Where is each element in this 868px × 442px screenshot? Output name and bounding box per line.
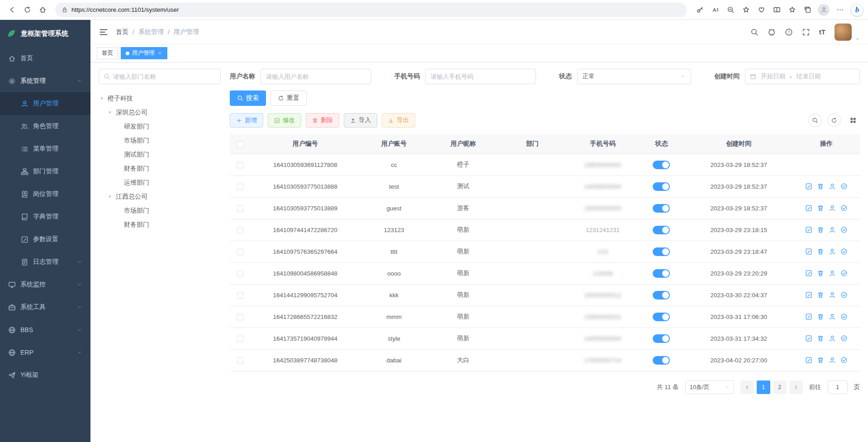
page-2-button[interactable]: 2 <box>773 380 787 394</box>
status-toggle[interactable] <box>653 334 670 343</box>
tree-node[interactable]: ▾深圳总公司 <box>99 105 221 119</box>
sidebar-item-monitor[interactable]: 系统监控 <box>0 273 90 296</box>
home-button[interactable] <box>35 3 50 17</box>
tree-node[interactable]: ▾橙子科技 <box>99 91 221 105</box>
status-toggle[interactable] <box>653 182 670 191</box>
row-delete-icon[interactable] <box>817 183 824 190</box>
tree-node[interactable]: 运维部门 <box>99 176 221 190</box>
user-avatar[interactable] <box>835 24 852 41</box>
sidebar-item-menu[interactable]: 菜单管理 <box>0 138 90 160</box>
column-settings-button[interactable] <box>846 114 860 127</box>
edit-button[interactable]: 修改 <box>268 113 301 128</box>
row-checkbox[interactable] <box>237 205 243 212</box>
tree-node[interactable]: 市场部门 <box>99 204 221 218</box>
breadcrumb-item[interactable]: 首页 <box>116 28 128 36</box>
sidebar-item-dept[interactable]: 部门管理 <box>0 160 90 183</box>
row-delete-icon[interactable] <box>817 204 824 212</box>
page-1-button[interactable]: 1 <box>757 380 770 394</box>
row-assignrole-icon[interactable] <box>840 226 848 233</box>
zoom-out-button[interactable] <box>723 3 738 17</box>
row-assignrole-icon[interactable] <box>840 335 848 342</box>
delete-button[interactable]: 删除 <box>306 113 339 128</box>
import-button[interactable]: 导入 <box>344 113 377 128</box>
row-assignrole-icon[interactable] <box>840 204 848 212</box>
row-assignrole-icon[interactable] <box>840 356 848 364</box>
sidebar-item-user[interactable]: 用户管理 <box>0 92 90 115</box>
password-key-button[interactable] <box>693 3 707 17</box>
row-resetpwd-icon[interactable] <box>829 248 836 255</box>
status-toggle[interactable] <box>653 204 670 213</box>
status-select[interactable]: 正常 <box>577 69 691 84</box>
status-toggle[interactable] <box>653 247 670 256</box>
row-checkbox[interactable] <box>237 249 243 255</box>
tree-node[interactable]: 测试部门 <box>99 147 221 162</box>
status-toggle[interactable] <box>653 313 670 321</box>
row-delete-icon[interactable] <box>817 248 824 255</box>
row-resetpwd-icon[interactable] <box>829 291 836 299</box>
github-icon[interactable] <box>768 28 776 36</box>
tree-node[interactable]: 财务部门 <box>99 162 221 176</box>
row-checkbox[interactable] <box>237 162 243 168</box>
font-size-button[interactable]: tT <box>819 28 825 36</box>
row-assignrole-icon[interactable] <box>840 270 848 277</box>
refresh-table-button[interactable] <box>827 114 841 127</box>
row-edit-icon[interactable] <box>805 248 812 255</box>
breadcrumb-item[interactable]: 用户管理 <box>174 28 199 36</box>
row-delete-icon[interactable] <box>817 291 824 299</box>
status-toggle[interactable] <box>653 161 670 169</box>
row-delete-icon[interactable] <box>817 313 824 320</box>
address-bar[interactable]: https://ccnetcore.com:1101/system/user <box>55 3 687 17</box>
status-toggle[interactable] <box>653 291 670 299</box>
sidebar-item-system[interactable]: 系统管理 <box>0 70 90 92</box>
row-edit-icon[interactable] <box>805 291 812 299</box>
refresh-button[interactable] <box>20 3 34 17</box>
row-edit-icon[interactable] <box>805 270 812 277</box>
status-toggle[interactable] <box>653 356 670 365</box>
search-button[interactable]: 搜索 <box>230 90 266 106</box>
sidebar-item-tool[interactable]: 系统工具 <box>0 296 90 318</box>
browser-profile-avatar[interactable] <box>818 4 830 16</box>
essentials-button[interactable] <box>754 3 768 17</box>
row-checkbox[interactable] <box>237 271 243 277</box>
sidebar-item-log[interactable]: 日志管理 <box>0 251 90 273</box>
reset-button[interactable]: 重置 <box>270 90 307 106</box>
username-input[interactable] <box>261 69 371 84</box>
row-resetpwd-icon[interactable] <box>829 356 836 364</box>
tree-node[interactable]: 市场部门 <box>99 133 221 147</box>
row-delete-icon[interactable] <box>817 226 824 233</box>
tree-node[interactable]: ▾江西总公司 <box>99 190 221 204</box>
row-edit-icon[interactable] <box>805 226 812 233</box>
row-edit-icon[interactable] <box>805 313 812 320</box>
sidebar-toggle-icon[interactable] <box>99 27 109 37</box>
sidebar-item-bbs[interactable]: BBS <box>0 318 90 341</box>
breadcrumb-item[interactable]: 系统管理 <box>138 28 164 36</box>
row-checkbox[interactable] <box>237 314 243 320</box>
sidebar-item-dict[interactable]: 字典管理 <box>0 205 90 228</box>
read-aloud-button[interactable]: A <box>708 3 722 17</box>
row-assignrole-icon[interactable] <box>840 291 848 299</box>
help-icon[interactable]: ? <box>785 28 793 36</box>
sidebar-item-yi[interactable]: Yi框架 <box>0 364 90 386</box>
row-assignrole-icon[interactable] <box>840 248 848 255</box>
date-range-picker[interactable]: 开始日期 - 结束日期 <box>745 69 860 84</box>
row-resetpwd-icon[interactable] <box>829 270 836 277</box>
sidebar-item-home[interactable]: 首页 <box>0 47 90 70</box>
row-resetpwd-icon[interactable] <box>829 313 836 320</box>
phone-input[interactable] <box>425 69 536 84</box>
row-edit-icon[interactable] <box>805 204 812 212</box>
next-page-button[interactable] <box>789 380 803 394</box>
sidebar-item-role[interactable]: 角色管理 <box>0 115 90 138</box>
tab-home[interactable]: 首页 <box>97 47 118 59</box>
row-checkbox[interactable] <box>237 357 243 364</box>
row-edit-icon[interactable] <box>805 356 812 364</box>
favorites-button[interactable] <box>785 3 799 17</box>
row-resetpwd-icon[interactable] <box>829 335 836 342</box>
row-delete-icon[interactable] <box>817 356 824 364</box>
bing-copilot-icon[interactable]: b <box>851 4 863 16</box>
add-button[interactable]: 新增 <box>230 113 263 128</box>
row-resetpwd-icon[interactable] <box>829 226 836 233</box>
fullscreen-icon[interactable] <box>802 28 810 36</box>
tree-node[interactable]: 研发部门 <box>99 119 221 133</box>
row-edit-icon[interactable] <box>805 183 812 190</box>
tree-node[interactable]: 财务部门 <box>99 218 221 232</box>
